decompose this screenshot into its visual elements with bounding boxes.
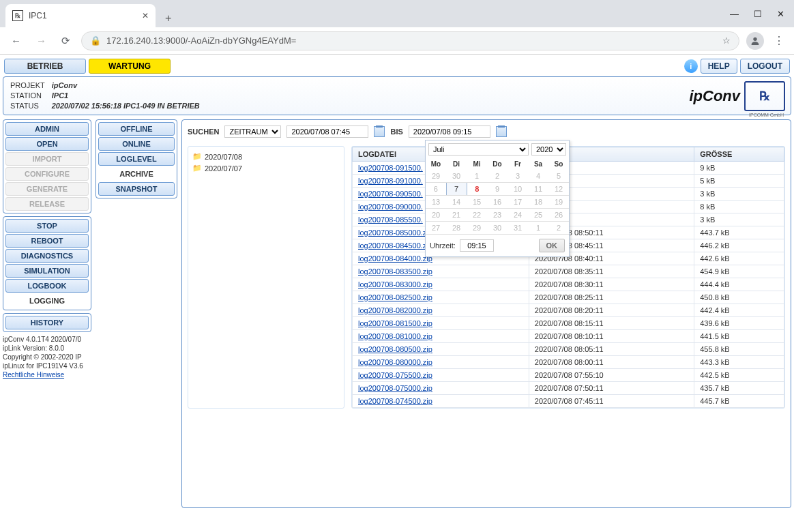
logfile-link[interactable]: log200708-091500.	[358, 164, 423, 172]
calendar-time-input[interactable]	[460, 239, 494, 252]
back-icon[interactable]: ←	[7, 32, 25, 49]
reload-icon[interactable]: ⟳	[57, 32, 74, 50]
sidebar-item-reboot[interactable]: REBOOT	[5, 234, 89, 248]
browser-tab[interactable]: ℞ IPC1 ✕	[5, 4, 156, 27]
calendar-icon[interactable]	[374, 126, 385, 137]
calendar-day[interactable]: 4	[528, 170, 548, 183]
subnav-item-archive[interactable]: ARCHIVE	[98, 167, 175, 181]
calendar-day[interactable]: 1	[467, 170, 487, 183]
calendar-day[interactable]: 9	[487, 183, 508, 196]
sidebar-item-logbook[interactable]: LOGBOOK	[5, 279, 89, 293]
calendar-day[interactable]: 14	[446, 196, 467, 209]
logfile-link[interactable]: log200708-074500.zip	[358, 397, 432, 405]
calendar-month-select[interactable]: Juli	[428, 143, 529, 156]
logfile-link[interactable]: log200708-083500.zip	[358, 267, 432, 276]
kebab-menu-icon[interactable]: ⋮	[771, 31, 787, 50]
legal-link[interactable]: Rechtliche Hinweise	[3, 371, 64, 379]
calendar-day[interactable]: 21	[446, 209, 467, 222]
logfile-link[interactable]: log200708-075500.zip	[358, 371, 432, 379]
logfile-link[interactable]: log200708-090000.	[358, 203, 423, 211]
help-button[interactable]: HELP	[701, 59, 737, 74]
calendar-day[interactable]: 27	[426, 222, 446, 235]
url-field[interactable]: 🔒 172.16.240.13:9000/-AoAiZn-dbYGNg4EAYd…	[81, 31, 739, 50]
calendar-day[interactable]: 3	[508, 170, 528, 183]
logfile-link[interactable]: log200708-090500.	[358, 190, 423, 198]
logfile-link[interactable]: log200708-083000.zip	[358, 280, 432, 289]
calendar-day[interactable]: 6	[426, 183, 446, 196]
bookmark-icon[interactable]: ☆	[722, 35, 731, 46]
logfile-link[interactable]: log200708-075000.zip	[358, 384, 432, 392]
close-window-icon[interactable]: ✕	[777, 9, 784, 19]
sidebar-item-open[interactable]: OPEN	[5, 137, 89, 151]
to-date-input[interactable]	[409, 125, 490, 138]
logfile-link[interactable]: log200708-085000.zip	[358, 228, 432, 237]
maximize-icon[interactable]: ☐	[754, 9, 762, 19]
calendar-day[interactable]: 29	[426, 170, 446, 183]
mode-betrieb-button[interactable]: BETRIEB	[4, 59, 86, 74]
logfile-link[interactable]: log200708-081000.zip	[358, 332, 432, 340]
logfile-link[interactable]: log200708-080500.zip	[358, 345, 432, 353]
logfile-link[interactable]: log200708-081500.zip	[358, 319, 432, 327]
calendar-day[interactable]: 25	[528, 209, 548, 222]
account-icon[interactable]	[746, 32, 764, 50]
logfile-link[interactable]: log200708-084500.zip	[358, 241, 432, 250]
calendar-day[interactable]: 28	[446, 222, 467, 235]
calendar-day[interactable]: 2	[487, 170, 508, 183]
calendar-day[interactable]: 18	[528, 196, 548, 209]
calendar-day[interactable]: 17	[508, 196, 528, 209]
info-icon[interactable]: i	[684, 59, 698, 73]
calendar-day[interactable]: 5	[548, 170, 569, 183]
calendar-year-select[interactable]: 2020	[531, 143, 566, 156]
mode-wartung-button[interactable]: WARTUNG	[89, 59, 171, 74]
calendar-day[interactable]: 30	[446, 170, 467, 183]
calendar-day[interactable]: 7	[446, 183, 467, 196]
sidebar-item-history[interactable]: HISTORY	[5, 316, 89, 329]
col-size[interactable]: GRÖSSE	[694, 147, 784, 162]
subnav-item-offline[interactable]: OFFLINE	[98, 122, 175, 136]
sidebar-item-logging[interactable]: LOGGING	[5, 294, 89, 308]
calendar-day[interactable]: 16	[487, 196, 508, 209]
calendar-icon[interactable]	[496, 126, 507, 137]
calendar-day[interactable]: 1	[528, 222, 548, 235]
logfile-link[interactable]: log200708-091000.	[358, 177, 423, 185]
folder-item[interactable]: 📁2020/07/08	[192, 151, 340, 162]
calendar-day[interactable]: 10	[508, 183, 528, 196]
calendar-day[interactable]: 2	[548, 222, 569, 235]
folder-item[interactable]: 📁2020/07/07	[192, 162, 340, 174]
search-mode-select[interactable]: ZEITRAUM	[224, 125, 281, 138]
subnav-item-online[interactable]: ONLINE	[98, 137, 175, 151]
logfile-link[interactable]: log200708-080000.zip	[358, 358, 432, 366]
sidebar-item-stop[interactable]: STOP	[5, 219, 89, 233]
logfile-link[interactable]: log200708-084000.zip	[358, 254, 432, 263]
calendar-day[interactable]: 12	[548, 183, 569, 196]
minimize-icon[interactable]: —	[730, 9, 739, 19]
calendar-day[interactable]: 8	[467, 183, 487, 196]
calendar-day[interactable]: 30	[487, 222, 508, 235]
subnav-item-loglevel[interactable]: LOGLEVEL	[98, 152, 175, 166]
calendar-day[interactable]: 13	[426, 196, 446, 209]
calendar-ok-button[interactable]: OK	[539, 239, 565, 252]
calendar-day[interactable]: 19	[548, 196, 569, 209]
sidebar-item-diagnostics[interactable]: DIAGNOSTICS	[5, 249, 89, 263]
close-icon[interactable]: ✕	[142, 11, 149, 20]
folder-icon: 📁	[192, 152, 202, 161]
table-row: log200708-080500.zip2020/07/08 08:05:114…	[353, 343, 784, 356]
calendar-day[interactable]: 15	[467, 196, 487, 209]
calendar-day[interactable]: 24	[508, 209, 528, 222]
calendar-day[interactable]: 23	[487, 209, 508, 222]
logfile-link[interactable]: log200708-085500.	[358, 216, 423, 224]
calendar-day[interactable]: 31	[508, 222, 528, 235]
calendar-day[interactable]: 29	[467, 222, 487, 235]
subnav-item-snapshot[interactable]: SNAPSHOT	[98, 182, 175, 196]
sidebar-item-admin[interactable]: ADMIN	[5, 122, 89, 136]
calendar-day[interactable]: 20	[426, 209, 446, 222]
calendar-day[interactable]: 26	[548, 209, 569, 222]
from-date-input[interactable]	[286, 125, 368, 138]
logfile-link[interactable]: log200708-082000.zip	[358, 306, 432, 314]
calendar-day[interactable]: 22	[467, 209, 487, 222]
logfile-link[interactable]: log200708-082500.zip	[358, 293, 432, 301]
logout-button[interactable]: LOGOUT	[740, 59, 790, 74]
new-tab-button[interactable]: +	[160, 10, 177, 27]
sidebar-item-simulation[interactable]: SIMULATION	[5, 264, 89, 278]
calendar-day[interactable]: 11	[528, 183, 548, 196]
